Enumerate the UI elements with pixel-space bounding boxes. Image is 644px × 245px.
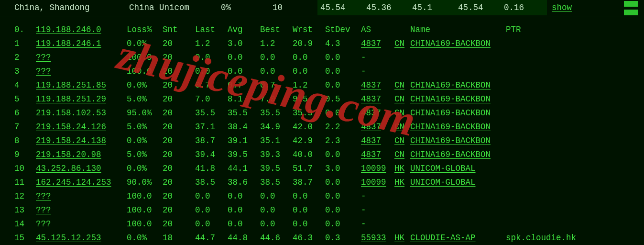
hop-wrst: 46.3 [293, 231, 325, 245]
hop-ip-cell: 219.158.20.98 [36, 148, 127, 162]
hop-wrst: 0.0 [293, 65, 325, 78]
hop-last: 0.0 [195, 189, 228, 203]
as-name-link[interactable]: UNICOM-GLOBAL [410, 164, 476, 173]
cc-link[interactable]: CN [394, 39, 404, 48]
as-name-link[interactable]: CLOUDIE-AS-AP [410, 233, 476, 243]
hop-ptr [506, 37, 592, 51]
asn-link[interactable]: 4837 [361, 94, 381, 104]
cc-link[interactable]: HK [394, 233, 404, 243]
hop-last: 35.5 [195, 106, 228, 120]
hop-loss: 0.0% [127, 37, 163, 51]
hop-wrst: 0.0 [293, 203, 325, 217]
hop-last: 0.0 [195, 51, 228, 65]
as-name-link[interactable]: CHINA169-BACKBON [410, 122, 491, 132]
asn-link[interactable]: 4837 [361, 150, 381, 159]
hop-snt: 20 [163, 162, 195, 176]
scroll-bar-segment[interactable] [624, 10, 638, 15]
header-hop: 0. [14, 23, 36, 37]
cc-link[interactable]: CN [394, 94, 404, 104]
hop-ip-link[interactable]: ??? [36, 53, 51, 62]
cc-link[interactable]: CN [394, 122, 404, 132]
asn-link[interactable]: 4837 [361, 80, 381, 90]
status-isp: China Unicom [129, 0, 221, 15]
hop-ip-link[interactable]: ??? [36, 67, 51, 76]
hop-ip-link[interactable]: ??? [36, 219, 51, 229]
asn-link[interactable]: 4837 [361, 108, 381, 118]
hop-number: 13 [14, 203, 36, 217]
hop-number: 8 [14, 134, 36, 148]
cc-link[interactable]: CN [394, 80, 404, 90]
hop-ptr [506, 203, 592, 217]
hop-as-name: CHINA169-BACKBON [410, 134, 506, 148]
hop-avg: 0.0 [228, 189, 260, 203]
cc-link[interactable]: HK [394, 178, 404, 187]
as-name-link[interactable]: CHINA169-BACKBON [410, 150, 491, 159]
asn-link[interactable]: 4837 [361, 136, 381, 145]
hop-ip-link[interactable]: ??? [36, 205, 51, 215]
hop-avg: 38.4 [228, 120, 260, 134]
asn-link[interactable]: 4837 [361, 39, 381, 48]
hop-ip-link[interactable]: 219.158.24.138 [36, 136, 106, 145]
scroll-bar-segment[interactable] [624, 1, 638, 7]
asn-link[interactable]: 4837 [361, 122, 381, 132]
asn-link[interactable]: 55933 [361, 233, 386, 243]
as-name-link[interactable]: CHINA169-BACKBON [410, 80, 491, 90]
hop-cc: CN [394, 92, 410, 106]
hop-ip-cell: ??? [36, 189, 127, 203]
hop-ptr [506, 120, 592, 134]
hop-asn: 4837 [361, 78, 394, 92]
hop-ptr [506, 189, 592, 203]
hop-asn: - [361, 65, 394, 78]
hop-ip-link[interactable]: 119.188.251.29 [36, 94, 106, 104]
hop-ip-link[interactable]: 162.245.124.253 [36, 178, 111, 187]
cc-link[interactable]: CN [394, 108, 404, 118]
hop-cc: CN [394, 78, 410, 92]
hop-cc [394, 217, 410, 231]
asn-link[interactable]: 10099 [361, 178, 386, 187]
traceroute-rows: 1119.188.246.10.0%201.23.01.220.94.34837… [0, 37, 644, 245]
hop-loss: 0.0% [127, 162, 163, 176]
hop-wrst: 9.5 [293, 92, 325, 106]
hop-ip-cell: 219.158.24.126 [36, 120, 127, 134]
traceroute-row: 3???100.0200.00.00.00.00.0- [0, 65, 644, 78]
asn-link[interactable]: 10099 [361, 164, 386, 173]
as-name-link[interactable]: CHINA169-BACKBON [410, 39, 491, 48]
show-link[interactable]: show [552, 0, 572, 15]
hop-ip-link[interactable]: 43.252.86.130 [36, 164, 101, 173]
hop-ptr [506, 78, 592, 92]
hop-ip-link[interactable]: ??? [36, 191, 51, 201]
hop-ptr: spk.cloudie.hk [506, 231, 592, 245]
traceroute-row: 14???100.0200.00.00.00.00.0- [0, 217, 644, 231]
hop-ip-link[interactable]: 219.158.24.126 [36, 122, 106, 132]
hop-loss: 0.0% [127, 78, 163, 92]
hop-cc [394, 65, 410, 78]
hop-cc [394, 51, 410, 65]
traceroute-row: 8219.158.24.1380.0%2038.739.135.142.92.3… [0, 134, 644, 148]
as-name-link[interactable]: CHINA169-BACKBON [410, 108, 491, 118]
hop-stdev: 0.5 [325, 92, 361, 106]
as-name-link[interactable]: CHINA169-BACKBON [410, 94, 491, 104]
hop-last: 0.0 [195, 203, 228, 217]
hop-stdev: 0.0 [325, 176, 361, 189]
hop-avg: 8.1 [228, 92, 260, 106]
hop-best: 1.2 [260, 37, 293, 51]
traceroute-row: 12???100.0200.00.00.00.00.0- [0, 189, 644, 203]
hop-ip-link[interactable]: 219.158.102.53 [36, 108, 106, 118]
cc-link[interactable]: HK [394, 164, 404, 173]
hop-stdev: 0.0 [325, 51, 361, 65]
cc-link[interactable]: CN [394, 150, 404, 159]
hop-ip-cell: 45.125.12.253 [36, 231, 127, 245]
traceroute-row: 9219.158.20.985.0%2039.439.539.340.00.04… [0, 148, 644, 162]
hop-ip-cell: 219.158.102.53 [36, 106, 127, 120]
source-ip-link[interactable]: 119.188.246.0 [36, 25, 101, 34]
as-name-link[interactable]: UNICOM-GLOBAL [410, 178, 476, 187]
hop-ip-link[interactable]: 119.188.246.1 [36, 39, 101, 48]
traceroute-row: 2???100.0200.00.00.00.00.0- [0, 51, 644, 65]
hop-ip-link[interactable]: 119.188.251.85 [36, 80, 106, 90]
hop-ip-link[interactable]: 219.158.20.98 [36, 150, 101, 159]
cc-link[interactable]: CN [394, 136, 404, 145]
hop-ip-link[interactable]: 45.125.12.253 [36, 233, 101, 243]
as-name-link[interactable]: CHINA169-BACKBON [410, 136, 491, 145]
traceroute-row: 7219.158.24.1265.0%2037.138.434.942.02.2… [0, 120, 644, 134]
status-val-d: 45.54 [455, 0, 501, 15]
